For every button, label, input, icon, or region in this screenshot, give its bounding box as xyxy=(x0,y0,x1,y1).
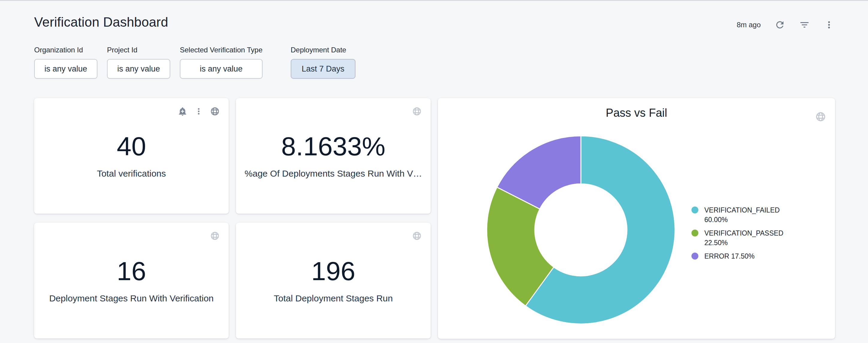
chart-legend: VERIFICATION_FAILED 60.00%VERIFICATION_P… xyxy=(691,205,790,261)
header-actions: 8m ago xyxy=(737,16,834,33)
filter-icon[interactable] xyxy=(799,20,810,30)
kpi-value: 8.1633% xyxy=(281,133,385,160)
filter-bar: Organization Id is any value Project Id … xyxy=(34,46,355,79)
legend-dot xyxy=(691,252,699,260)
filter-label: Selected Verification Type xyxy=(180,46,262,54)
legend-label: ERROR 17.50% xyxy=(704,251,754,261)
legend-item-error[interactable]: ERROR 17.50% xyxy=(691,251,790,261)
filter-label: Project Id xyxy=(107,46,170,54)
filter-verification-type: Selected Verification Type is any value xyxy=(180,46,262,79)
tile-percentage-stages-with-verification: 8.1633% %age Of Deployments Stages Run W… xyxy=(236,98,431,214)
tile-total-verifications: 40 Total verifications xyxy=(34,98,229,214)
filter-label: Organization Id xyxy=(34,46,97,54)
globe-icon[interactable] xyxy=(815,111,826,122)
kebab-menu-icon[interactable] xyxy=(824,20,834,30)
chart-pass-vs-fail: Pass vs Fail VERIFICATION_FAILED 60.00%V… xyxy=(438,98,835,339)
last-updated-text: 8m ago xyxy=(737,21,761,29)
tile-stages-run-with-verification: 16 Deployment Stages Run With Verificati… xyxy=(34,223,229,339)
kpi-label: %age Of Deployments Stages Run With V… xyxy=(245,169,422,179)
kpi-label: Total Deployment Stages Run xyxy=(274,293,393,304)
refresh-icon[interactable] xyxy=(774,20,785,30)
chart-title: Pass vs Fail xyxy=(438,107,835,119)
kpi-label: Deployment Stages Run With Verification xyxy=(49,293,214,304)
legend-item-verification_passed[interactable]: VERIFICATION_PASSED 22.50% xyxy=(691,228,790,247)
donut-chart[interactable] xyxy=(482,131,680,329)
tile-total-deployment-stages-run: 196 Total Deployment Stages Run xyxy=(236,223,431,339)
page-title: Verification Dashboard xyxy=(34,15,168,30)
filter-value-organization-id[interactable]: is any value xyxy=(34,59,97,79)
legend-item-verification_failed[interactable]: VERIFICATION_FAILED 60.00% xyxy=(691,205,790,225)
filter-value-verification-type[interactable]: is any value xyxy=(180,59,262,79)
filter-value-deployment-date[interactable]: Last 7 Days xyxy=(291,59,355,79)
kpi-value: 196 xyxy=(311,258,355,284)
filter-deployment-date: Deployment Date Last 7 Days xyxy=(291,46,355,79)
kpi-value: 40 xyxy=(117,133,146,160)
legend-dot xyxy=(691,207,699,213)
filter-label: Deployment Date xyxy=(291,46,355,54)
legend-label: VERIFICATION_FAILED 60.00% xyxy=(704,205,790,225)
kpi-label: Total verifications xyxy=(97,169,166,179)
legend-label: VERIFICATION_PASSED 22.50% xyxy=(704,228,790,247)
filter-project-id: Project Id is any value xyxy=(107,46,170,79)
legend-dot xyxy=(691,230,699,236)
filter-value-project-id[interactable]: is any value xyxy=(107,59,170,79)
kpi-value: 16 xyxy=(117,258,146,284)
filter-organization-id: Organization Id is any value xyxy=(34,46,97,79)
